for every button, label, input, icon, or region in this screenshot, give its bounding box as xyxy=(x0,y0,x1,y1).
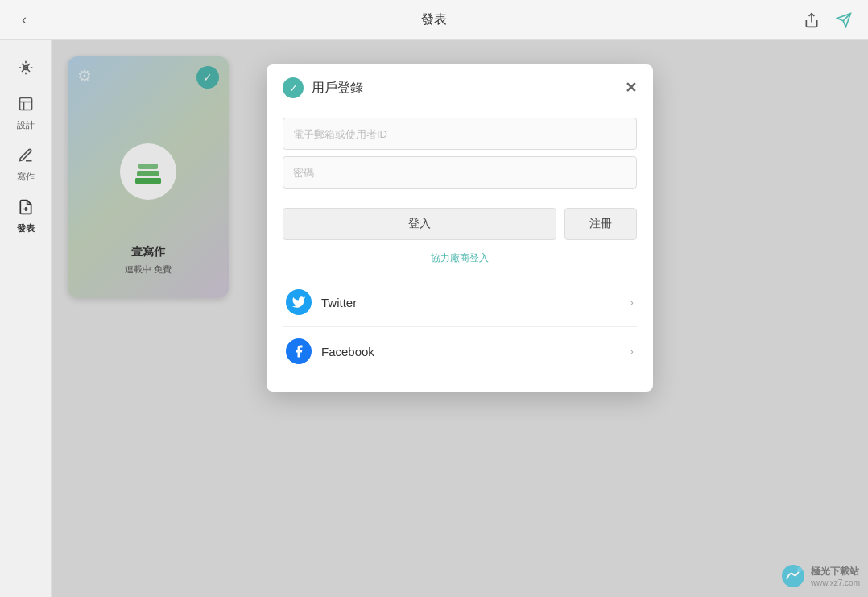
modal-title: 用戶登錄 xyxy=(312,80,363,97)
svg-point-12 xyxy=(797,567,802,572)
back-button[interactable]: ‹ xyxy=(13,9,35,31)
twitter-label: Twitter xyxy=(321,296,357,309)
modal-check-icon: ✓ xyxy=(283,77,304,98)
send-icon[interactable] xyxy=(833,9,855,31)
plug-icon xyxy=(18,60,34,80)
publish-icon xyxy=(18,199,34,219)
login-modal: ✓ 用戶登錄 ✕ 登入 注冊 協力廠商登入 xyxy=(267,64,653,392)
sidebar-write-label: 寫作 xyxy=(17,171,35,183)
facebook-icon xyxy=(286,338,312,364)
watermark-url: www.xz7.com xyxy=(811,578,860,587)
top-bar: ‹ 發表 xyxy=(0,0,868,40)
password-field[interactable] xyxy=(283,156,637,189)
modal-body: 登入 注冊 協力廠商登入 Twitter › xyxy=(267,108,653,392)
sidebar-design-label: 設計 xyxy=(17,119,35,131)
write-icon xyxy=(18,147,34,168)
email-field[interactable] xyxy=(283,118,637,150)
watermark: 極光下載站 www.xz7.com xyxy=(780,563,860,589)
auth-buttons: 登入 注冊 xyxy=(283,208,637,240)
register-button[interactable]: 注冊 xyxy=(564,208,637,240)
sidebar-item-publish[interactable]: 發表 xyxy=(5,193,47,241)
modal-header: ✓ 用戶登錄 ✕ xyxy=(267,64,653,108)
watermark-text: 極光下載站 xyxy=(811,565,860,578)
modal-close-button[interactable]: ✕ xyxy=(625,79,637,97)
sidebar-publish-label: 發表 xyxy=(17,222,35,234)
sidebar: 設計 寫作 發表 xyxy=(0,40,52,597)
twitter-chevron-icon: › xyxy=(630,296,634,309)
facebook-chevron-icon: › xyxy=(630,345,634,358)
partner-login-link[interactable]: 協力廠商登入 xyxy=(283,251,637,265)
facebook-login-item[interactable]: Facebook › xyxy=(283,327,637,375)
facebook-label: Facebook xyxy=(321,345,374,359)
modal-overlay: ✓ 用戶登錄 ✕ 登入 注冊 協力廠商登入 xyxy=(52,40,868,597)
sidebar-item-plug[interactable] xyxy=(5,53,47,86)
page-title: 發表 xyxy=(421,11,447,28)
login-button[interactable]: 登入 xyxy=(283,208,556,240)
twitter-login-item[interactable]: Twitter › xyxy=(283,278,637,327)
design-icon xyxy=(18,96,34,116)
svg-rect-4 xyxy=(19,98,31,110)
sidebar-item-design[interactable]: 設計 xyxy=(5,89,47,138)
sidebar-item-write[interactable]: 寫作 xyxy=(5,141,47,189)
twitter-icon xyxy=(286,289,312,315)
share-icon[interactable] xyxy=(800,9,823,31)
